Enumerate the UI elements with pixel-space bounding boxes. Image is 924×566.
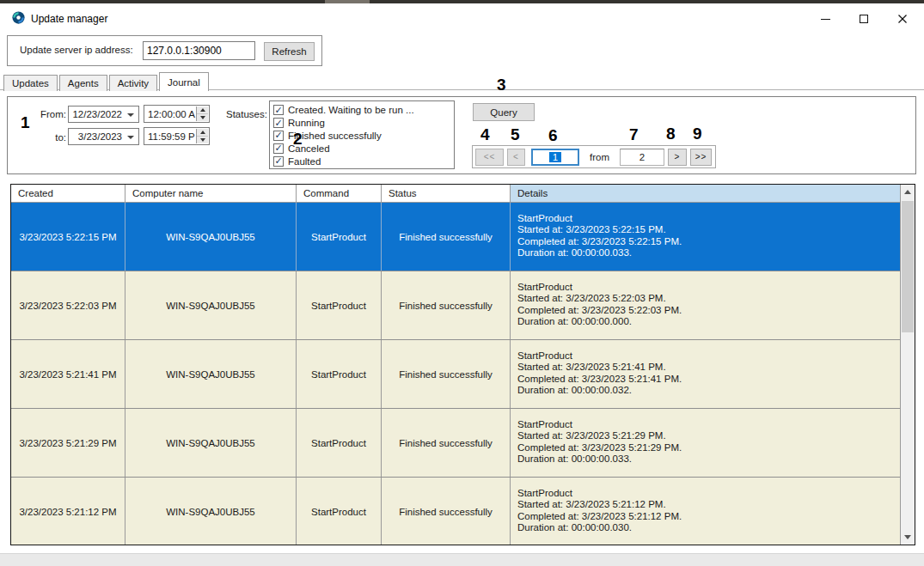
checkbox-checked-icon[interactable]: ✓ [273, 105, 284, 115]
cell-created[interactable]: 3/23/2023 5:21:41 PM [11, 340, 125, 408]
column-header-command[interactable]: Command [297, 185, 382, 202]
status-item-created[interactable]: ✓ Created. Waiting to be run ... [273, 104, 454, 117]
maximize-button[interactable] [845, 7, 883, 31]
spin-up-icon[interactable] [197, 129, 208, 137]
spinner-buttons[interactable] [196, 129, 208, 143]
chevron-down-icon [127, 113, 134, 117]
cell-details[interactable]: StartProduct Started at: 3/23/2023 5:22:… [511, 271, 902, 339]
app-icon [12, 11, 25, 24]
server-address-label: Update server ip address: [20, 45, 133, 55]
cell-command[interactable]: StartProduct [297, 478, 382, 545]
column-header-computer-name[interactable]: Computer name [125, 185, 297, 202]
cell-created[interactable]: 3/23/2023 5:22:15 PM [11, 203, 125, 271]
spinner-buttons[interactable] [196, 107, 208, 121]
status-item-running[interactable]: ✓ Running [273, 117, 454, 130]
minimize-button[interactable] [806, 7, 844, 31]
to-date-picker[interactable]: 3/23/2023 [68, 128, 139, 145]
first-page-button[interactable]: << [475, 149, 504, 166]
cell-computer-name[interactable]: WIN-S9QAJ0UBJ55 [125, 340, 297, 408]
close-button[interactable] [884, 7, 921, 31]
from-time-spinner[interactable]: 12:00:00 A [144, 105, 210, 123]
cell-created[interactable]: 3/23/2023 5:21:29 PM [11, 409, 125, 477]
annotation-2: 2 [293, 131, 303, 148]
table-row[interactable]: 3/23/2023 5:21:12 PM WIN-S9QAJ0UBJ55 Sta… [11, 478, 902, 545]
grid-content: Created Computer name Command Status Det… [11, 185, 902, 545]
tab-updates[interactable]: Updates [3, 75, 58, 91]
to-label: to: [32, 132, 66, 143]
column-header-status[interactable]: Status [382, 185, 511, 202]
cell-command[interactable]: StartProduct [297, 203, 382, 271]
current-page-input[interactable]: 1 [531, 149, 579, 166]
annotation-4: 4 [480, 126, 490, 143]
from-label: From: [32, 109, 66, 119]
server-ip-input[interactable] [143, 41, 255, 60]
server-address-groupbox: Update server ip address: Refresh [7, 35, 322, 66]
window-bottom-edge [0, 553, 924, 566]
cell-details[interactable]: StartProduct Started at: 3/23/2023 5:21:… [511, 409, 902, 477]
annotation-1: 1 [21, 114, 30, 131]
grid-header-row: Created Computer name Command Status Det… [11, 185, 902, 203]
last-page-button[interactable]: >> [690, 149, 712, 166]
scroll-down-icon[interactable] [901, 530, 915, 545]
column-header-details[interactable]: Details [511, 185, 902, 202]
cell-computer-name[interactable]: WIN-S9QAJ0UBJ55 [125, 271, 297, 339]
from-date-picker[interactable]: 12/23/2022 [68, 106, 139, 123]
next-page-button[interactable]: > [668, 149, 687, 166]
minimize-icon [821, 19, 830, 20]
annotation-7: 7 [629, 126, 639, 143]
refresh-button[interactable]: Refresh [264, 42, 315, 61]
cell-details[interactable]: StartProduct Started at: 3/23/2023 5:22:… [511, 203, 902, 271]
query-button[interactable]: Query [473, 103, 535, 121]
tab-activity[interactable]: Activity [109, 75, 157, 91]
annotation-5: 5 [511, 126, 520, 143]
cell-created[interactable]: 3/23/2023 5:22:03 PM [11, 271, 125, 339]
cell-command[interactable]: StartProduct [297, 340, 382, 408]
cell-command[interactable]: StartProduct [297, 409, 382, 477]
checkbox-checked-icon[interactable]: ✓ [273, 131, 284, 141]
filter-groupbox: From: 12/23/2022 12:00:00 A to: 3/23/202… [7, 96, 916, 174]
annotation-6: 6 [548, 127, 558, 144]
annotation-9: 9 [693, 125, 702, 143]
cell-computer-name[interactable]: WIN-S9QAJ0UBJ55 [125, 203, 297, 271]
spin-up-icon[interactable] [197, 107, 208, 114]
cell-status[interactable]: Finished successfully [382, 409, 511, 477]
checkbox-checked-icon[interactable]: ✓ [273, 156, 284, 167]
cell-computer-name[interactable]: WIN-S9QAJ0UBJ55 [125, 478, 297, 545]
total-pages-field[interactable]: 2 [620, 149, 664, 166]
tab-agents[interactable]: Agents [59, 75, 107, 91]
pagination-bar: << < 1 from 2 > >> [472, 145, 716, 168]
tab-strip: Updates Agents Activity Journal [3, 73, 211, 91]
cell-status[interactable]: Finished successfully [382, 340, 511, 408]
cell-status[interactable]: Finished successfully [382, 271, 511, 339]
journal-grid: Created Computer name Command Status Det… [10, 184, 915, 545]
scroll-up-icon[interactable] [901, 185, 915, 199]
table-row[interactable]: 3/23/2023 5:22:15 PM WIN-S9QAJ0UBJ55 Sta… [11, 203, 902, 271]
cell-computer-name[interactable]: WIN-S9QAJ0UBJ55 [125, 409, 297, 477]
cell-details[interactable]: StartProduct Started at: 3/23/2023 5:21:… [511, 340, 902, 408]
cell-details[interactable]: StartProduct Started at: 3/23/2023 5:21:… [511, 478, 902, 545]
table-row[interactable]: 3/23/2023 5:21:41 PM WIN-S9QAJ0UBJ55 Sta… [11, 340, 902, 409]
cell-status[interactable]: Finished successfully [382, 478, 511, 545]
checkbox-checked-icon[interactable]: ✓ [273, 143, 284, 154]
spin-down-icon[interactable] [197, 137, 208, 143]
cell-status[interactable]: Finished successfully [382, 203, 511, 271]
column-header-created[interactable]: Created [11, 185, 125, 202]
annotation-3: 3 [497, 76, 506, 94]
statuses-label: Statuses: [226, 109, 267, 119]
checkbox-checked-icon[interactable]: ✓ [273, 118, 284, 128]
table-row[interactable]: 3/23/2023 5:21:29 PM WIN-S9QAJ0UBJ55 Sta… [11, 409, 902, 478]
chevron-down-icon [127, 136, 134, 139]
tab-journal[interactable]: Journal [159, 72, 209, 91]
cell-command[interactable]: StartProduct [297, 271, 382, 339]
close-icon [897, 14, 908, 24]
table-row[interactable]: 3/23/2023 5:22:03 PM WIN-S9QAJ0UBJ55 Sta… [11, 271, 902, 340]
vertical-scrollbar[interactable] [900, 185, 915, 545]
to-time-spinner[interactable]: 11:59:59 P [144, 127, 210, 145]
title-bar: Update manager [0, 3, 924, 28]
spin-down-icon[interactable] [197, 114, 208, 121]
scrollbar-thumb[interactable] [902, 201, 914, 332]
status-item-faulted[interactable]: ✓ Faulted [273, 155, 454, 167]
current-page-value: 1 [549, 152, 561, 162]
cell-created[interactable]: 3/23/2023 5:21:12 PM [11, 478, 125, 545]
previous-page-button[interactable]: < [507, 149, 525, 166]
